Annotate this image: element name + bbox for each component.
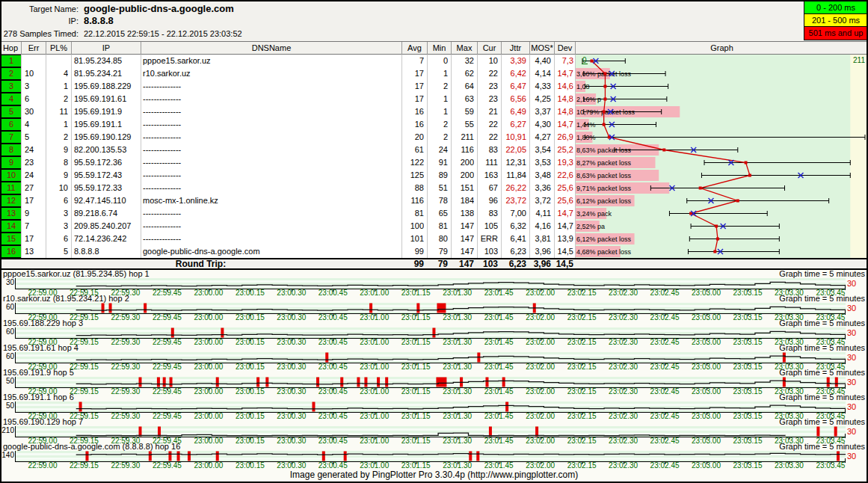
jttr-cell: 6,23: [502, 245, 526, 258]
axis-tick: [582, 437, 582, 440]
err-cell: 24: [25, 144, 44, 156]
max-cell: 116: [452, 144, 474, 156]
dev-cell: 22,6: [555, 169, 573, 182]
timeline-strip[interactable]: [15, 303, 846, 314]
mos-cell: 4,16: [531, 220, 551, 233]
table-row[interactable]: 1217692.47.145.110mosc-mx-1.online.kz116…: [0, 194, 575, 207]
axis-tick: [624, 437, 624, 440]
hop-number-cell: 6: [1, 118, 22, 131]
axis-tick: [375, 313, 375, 316]
timeline-strip[interactable]: [15, 426, 846, 437]
axis-tick: [375, 338, 375, 341]
timeline-title: pppoe15.sarkor.uz (81.95.234.85) hop 1: [3, 270, 150, 278]
table-row[interactable]: 752195.69.190.129--------------202211221…: [0, 131, 575, 144]
timeline-strip[interactable]: [15, 327, 846, 339]
hop-number-cell: 14: [1, 220, 22, 233]
column-header-err[interactable]: Err: [21, 42, 46, 55]
axis-tick: [458, 363, 458, 366]
cur-cell: 105: [478, 220, 498, 233]
column-header-graph[interactable]: Graph: [575, 42, 868, 55]
column-header-pl[interactable]: PL%: [46, 42, 71, 55]
avg-cell: 81: [403, 207, 424, 220]
dns-cell: --------------: [143, 169, 400, 182]
column-header-cur[interactable]: Cur: [477, 42, 501, 55]
min-cell: 2: [428, 80, 448, 93]
axis-tick: [499, 437, 499, 440]
axis-tick: [43, 412, 43, 415]
column-header-jttr[interactable]: Jttr: [501, 42, 529, 55]
table-row[interactable]: 923895.59.172.36--------------1229120011…: [0, 156, 575, 169]
avg-cell: 17: [403, 67, 424, 80]
jttr-cell: 6,27: [502, 118, 526, 131]
timeline-strip[interactable]: [15, 451, 846, 462]
legend-item-2: 501 ms and up: [804, 26, 868, 40]
table-row[interactable]: 181.95.234.85pppoe15.sarkor.uz7032103,39…: [0, 55, 575, 67]
table-row[interactable]: 331195.69.188.229--------------17264236,…: [0, 80, 575, 93]
table-row[interactable]: 210481.95.234.21r10.sarkor.uz17162226,42…: [0, 67, 575, 80]
column-separator: [477, 55, 478, 258]
timeline-strip[interactable]: [15, 377, 846, 388]
timeline-strip[interactable]: [15, 402, 846, 413]
pl-cell: 5: [46, 245, 68, 258]
pingplotter-window: Target Name: google-public-dns-a.google.…: [0, 0, 868, 483]
axis-tick: [209, 461, 209, 464]
column-header-mos[interactable]: MOS*: [529, 42, 554, 55]
axis-tick: [333, 461, 333, 464]
column-header-hop[interactable]: Hop: [0, 42, 21, 55]
column-header-min[interactable]: Min: [427, 42, 451, 55]
axis-tick: [333, 289, 333, 292]
err-cell: 27: [25, 182, 44, 194]
dev-cell: 25,6: [555, 182, 573, 194]
err-cell: 17: [25, 194, 44, 207]
table-row[interactable]: 53011195.69.191.9--------------16159216,…: [0, 105, 575, 118]
dns-cell: --------------: [143, 105, 400, 118]
svg-text:0: 0: [582, 56, 587, 64]
axis-end-tick: [845, 335, 846, 339]
ip-cell: 209.85.240.207: [74, 220, 140, 233]
timeline-section: 195.69.191.9 hop 5Graph time = 5 minutes…: [0, 369, 868, 393]
timeline-scale-label: 50: [0, 378, 14, 385]
dns-cell: --------------: [143, 93, 400, 105]
table-row[interactable]: 1517672.14.236.242--------------10180147…: [0, 233, 575, 245]
axis-tick: [167, 437, 167, 440]
axis-tick: [167, 461, 167, 464]
axis-tick: [458, 313, 458, 316]
jttr-cell: 26,22: [502, 182, 526, 194]
table-row[interactable]: 1473209.85.240.207--------------10081147…: [0, 220, 575, 233]
axis-tick: [499, 338, 499, 341]
axis-tick: [375, 437, 375, 440]
axis-tick: [789, 289, 789, 292]
axis-tick: [748, 412, 748, 415]
pl-cell: 10: [46, 182, 68, 194]
table-row[interactable]: 1024995.59.172.43--------------125892001…: [0, 169, 575, 182]
timeline-strip[interactable]: [15, 278, 846, 289]
column-header-ip[interactable]: IP: [71, 42, 141, 55]
column-header-dev[interactable]: Dev: [554, 42, 575, 55]
timeline-section: r10.sarkor.uz (81.95.234.21) hop 2Graph …: [0, 295, 868, 319]
dev-cell: 14,7: [555, 67, 573, 80]
round-trip-row: Round Trip: 99 79 147 103 6,23 3,96 14,5: [0, 258, 868, 270]
column-header-max[interactable]: Max: [451, 42, 477, 55]
svg-text:8,27% packet loss: 8,27% packet loss: [576, 159, 632, 167]
pl-cell: 9: [46, 169, 68, 182]
axis-tick: [624, 313, 624, 316]
timeline-strip[interactable]: [15, 352, 846, 363]
table-row[interactable]: 161358.8.8.8google-public-dns-a.google.c…: [0, 245, 575, 258]
column-header-dns[interactable]: DNSName: [141, 42, 401, 55]
err-cell: 3: [25, 80, 44, 93]
column-header-avg[interactable]: Avg: [401, 42, 427, 55]
axis-tick: [375, 461, 375, 464]
max-cell: 200: [452, 169, 474, 182]
table-row[interactable]: 824982.200.135.53--------------612411683…: [0, 144, 575, 156]
pl-cell: 3: [46, 207, 68, 220]
mos-cell: 3,53: [531, 156, 551, 169]
dns-cell: --------------: [143, 144, 400, 156]
table-row[interactable]: 139389.218.6.74--------------8165138837,…: [0, 207, 575, 220]
table-row[interactable]: 462195.69.191.61--------------17163236,5…: [0, 93, 575, 105]
avg-cell: 99: [403, 245, 424, 258]
table-row[interactable]: 11271095.59.172.33--------------88511516…: [0, 182, 575, 194]
svg-text:4,68% packet loss: 4,68% packet loss: [576, 248, 632, 256]
axis-tick: [209, 437, 209, 440]
table-row[interactable]: 641195.69.191.1--------------16255226,27…: [0, 118, 575, 131]
axis-tick: [250, 289, 250, 292]
